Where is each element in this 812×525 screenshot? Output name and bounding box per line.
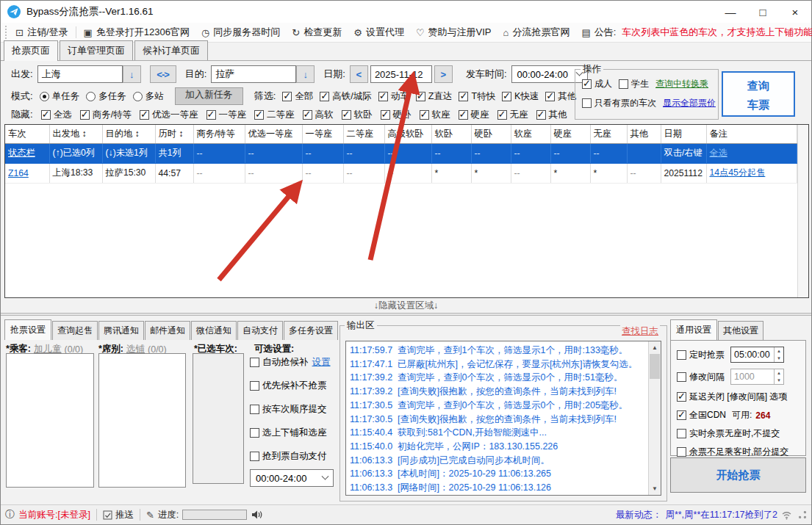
spinner-up-icon[interactable]: ▲ [775, 369, 783, 377]
column-header-14[interactable]: 其他 [627, 125, 661, 143]
select-all-link[interactable]: 全选 [710, 148, 727, 158]
hide-checkbox[interactable] [459, 110, 468, 120]
hide-checkbox[interactable] [41, 110, 51, 120]
spinner-down-icon[interactable]: ▼ [775, 355, 783, 362]
filter-checkbox[interactable] [502, 92, 511, 101]
column-header-15[interactable]: 日期 [661, 125, 706, 143]
sync-server-time-button[interactable]: ◷同步服务器时间 [195, 26, 286, 39]
add-task-button[interactable]: 加入新任务 [175, 87, 243, 105]
date-input[interactable]: 2025-11-12 [370, 65, 432, 83]
filter-checkbox[interactable] [459, 92, 468, 101]
find-log-link[interactable]: 查找日志 [620, 325, 660, 338]
left-tab-2[interactable]: 腾讯通知 [98, 321, 144, 340]
filter-checkbox[interactable] [320, 92, 329, 101]
grab-time-range-combo[interactable]: 00:00-24:00 [250, 469, 334, 487]
mode-radio[interactable] [86, 92, 96, 101]
spinner-up-icon[interactable]: ▲ [775, 347, 783, 355]
main-tab-1[interactable]: 订单管理页面 [60, 40, 133, 60]
prev-date-button[interactable]: < [350, 65, 368, 83]
left-option-checkbox[interactable] [250, 381, 259, 391]
scroll-up-icon[interactable]: ▲ [649, 342, 661, 353]
interval-spinner[interactable]: 1000▲▼ [730, 369, 784, 385]
column-header-1[interactable]: 出发地 ↕ [49, 125, 102, 143]
scroll-down-icon[interactable]: ▼ [649, 483, 661, 494]
transfer-query-link[interactable]: 查询中转换乘 [655, 78, 708, 90]
settings-link[interactable]: 设置 [312, 356, 331, 369]
left-tab-5[interactable]: 自动支付 [237, 321, 283, 340]
left-option-checkbox[interactable] [250, 428, 259, 438]
column-header-10[interactable]: 硬卧 [471, 125, 511, 143]
status-bar-link[interactable]: 状态栏 [8, 148, 35, 158]
right-option-checkbox[interactable] [677, 410, 686, 420]
column-header-2[interactable]: 目的地 ↕ [102, 125, 155, 143]
spinner-down-icon[interactable]: ▼ [775, 377, 783, 384]
set-proxy-button[interactable]: ⚙设置代理 [348, 26, 410, 39]
hide-checkbox[interactable] [303, 110, 312, 120]
mode-radio[interactable] [133, 92, 143, 101]
hide-checkbox[interactable] [420, 110, 429, 120]
right-option-checkbox[interactable] [677, 372, 686, 382]
selected-trains-listbox[interactable] [193, 353, 244, 484]
right-option-checkbox[interactable] [677, 429, 686, 438]
only-available-checkbox[interactable] [582, 98, 592, 108]
show-all-prices-link[interactable]: 显示全部票价 [663, 97, 716, 109]
hide-checkbox[interactable] [206, 110, 216, 120]
announcement-label[interactable]: ▤公告: [575, 26, 622, 39]
train-number-link[interactable]: Z164 [8, 168, 29, 178]
hide-checkbox[interactable] [381, 110, 390, 120]
seat-listbox[interactable] [98, 353, 186, 488]
hide-checkbox[interactable] [254, 110, 264, 120]
left-option-checkbox[interactable] [250, 452, 259, 461]
open-12306-button[interactable]: ▣免登录打开12306官网 [78, 26, 195, 39]
left-tab-4[interactable]: 微信通知 [191, 321, 237, 340]
start-grab-button[interactable]: 开始抢票 [670, 457, 806, 493]
scrollbar-thumb[interactable] [650, 354, 660, 379]
check-update-button[interactable]: ↻检查更新 [286, 26, 348, 39]
next-date-button[interactable]: > [434, 65, 453, 83]
right-tab-0[interactable]: 通用设置 [670, 319, 717, 340]
dest-input[interactable]: 拉萨 [211, 65, 296, 83]
column-header-16[interactable]: 备注 [706, 125, 797, 143]
train-row[interactable]: Z164上海18:33拉萨15:3044:57----------**--**-… [5, 163, 797, 183]
passenger-listbox[interactable] [6, 353, 94, 488]
left-option-checkbox[interactable] [250, 358, 259, 367]
mode-radio[interactable] [40, 92, 49, 101]
column-header-12[interactable]: 硬座 [550, 125, 590, 143]
adult-checkbox[interactable] [582, 79, 592, 89]
filter-checkbox[interactable] [545, 92, 555, 101]
right-option-checkbox[interactable] [677, 447, 686, 457]
splitter[interactable] [1, 313, 811, 316]
right-option-checkbox[interactable] [677, 350, 686, 360]
column-header-5[interactable]: 优选一等座 [245, 125, 302, 143]
left-tab-3[interactable]: 邮件通知 [145, 321, 190, 340]
swap-stations-button[interactable]: <-> [150, 65, 176, 83]
column-header-7[interactable]: 二等座 [343, 125, 384, 143]
hide-checkbox[interactable] [80, 110, 90, 120]
filter-checkbox[interactable] [416, 92, 425, 101]
query-tickets-button[interactable]: 查询 车票 [722, 71, 795, 117]
minimize-icon[interactable]: — [714, 1, 747, 23]
right-option-checkbox[interactable] [677, 392, 686, 402]
left-option-checkbox[interactable] [250, 405, 259, 414]
column-header-0[interactable]: 车次 [5, 125, 49, 143]
official-site-button[interactable]: ⌂分流抢票官网 [497, 26, 576, 39]
depart-dropdown-icon[interactable]: ↓ [123, 65, 141, 83]
hide-checkbox[interactable] [140, 110, 149, 120]
right-tab-1[interactable]: 其他设置 [718, 321, 764, 340]
column-header-9[interactable]: 软卧 [431, 125, 471, 143]
depart-input[interactable]: 上海 [37, 65, 123, 83]
column-header-11[interactable]: 软座 [511, 125, 550, 143]
student-checkbox[interactable] [619, 79, 628, 89]
left-tab-6[interactable]: 多任务设置 [284, 321, 338, 340]
maximize-icon[interactable]: □ [747, 1, 779, 23]
column-header-13[interactable]: 无座 [590, 125, 627, 143]
speaker-icon[interactable] [251, 510, 263, 520]
table-scrollbar[interactable] [797, 125, 808, 297]
column-header-3[interactable]: 历时 ↕ [155, 125, 193, 143]
main-tab-2[interactable]: 候补订单页面 [134, 40, 208, 60]
left-tab-0[interactable]: 抢票设置 [4, 319, 51, 340]
filter-checkbox[interactable] [282, 92, 292, 101]
column-header-6[interactable]: 一等座 [302, 125, 343, 143]
log-scrollbar[interactable]: ▲ ▼ [648, 341, 661, 495]
sponsor-vip-button[interactable]: ♡赞助与注册VIP [410, 26, 497, 39]
